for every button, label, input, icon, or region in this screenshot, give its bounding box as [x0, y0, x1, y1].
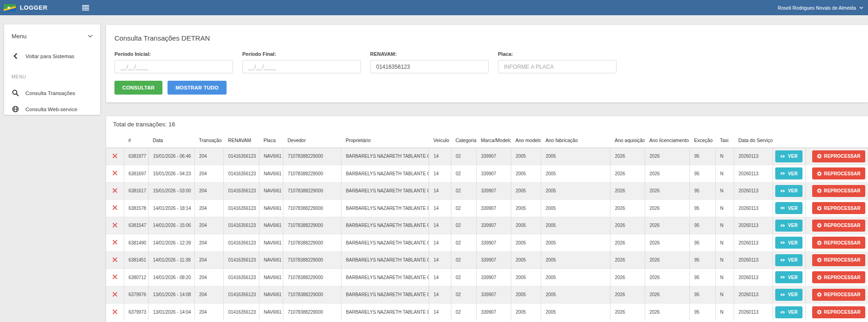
ver-button[interactable]: VER — [775, 150, 802, 162]
ver-button[interactable]: VER — [775, 271, 802, 283]
cell-ano-aquisicao: 2026 — [610, 182, 645, 200]
cell-ano-aquisicao: 2026 — [610, 286, 645, 304]
cell-taxi: N — [715, 217, 734, 234]
periodo-final-input[interactable] — [242, 60, 361, 73]
ver-button[interactable]: VER — [775, 185, 802, 197]
cell-categoria: 02 — [451, 286, 476, 304]
cell-taxi: N — [715, 251, 734, 269]
cell-devedor: 71078388229000 — [283, 182, 341, 200]
reprocessar-button-label: REPROCESSAR — [824, 310, 861, 315]
cell-ano-aquisicao: 2026 — [610, 269, 645, 286]
col-data: Data — [148, 133, 194, 148]
cell-status — [106, 217, 124, 234]
cell-proprietario: BARBARELYS NAZARETH TABLANTE GONZALEZ — [341, 217, 429, 234]
eye-icon — [780, 172, 785, 175]
cell-taxi: N — [715, 269, 734, 286]
cell-ano-aquisicao: 2026 — [610, 217, 645, 234]
cell-marca-modelo: 339907 — [476, 269, 511, 286]
cell-reprocessar: REPROCESSAR — [805, 286, 868, 304]
sidebar-item-label: Consulta Web-service — [25, 107, 77, 112]
cell-ano-licenciamento: 2026 — [645, 148, 689, 165]
cell-categoria: 02 — [451, 182, 476, 200]
table-row: 6381697 15/01/2026 - 04:23 204 014163561… — [106, 165, 868, 183]
sidebar-item-consulta-transacoes[interactable]: Consulta Transações — [4, 89, 100, 96]
consultar-button[interactable]: CONSULTAR — [114, 81, 162, 95]
cell-proprietario: BARBARELYS NAZARETH TABLANTE GONZALEZ — [341, 234, 429, 252]
cell-devedor: 71078388229000 — [283, 269, 341, 286]
cell-data: 13/01/2026 - 14:08 — [148, 286, 194, 304]
cell-veiculo: 14 — [429, 251, 451, 269]
reprocessar-button[interactable]: REPROCESSAR — [812, 289, 865, 301]
cell-id: 6381451 — [124, 251, 148, 269]
ver-button[interactable]: VER — [775, 237, 802, 249]
gear-icon — [817, 275, 822, 280]
cell-data-servico: 20260113 — [734, 304, 772, 321]
cell-transacao: 204 — [194, 165, 223, 183]
cell-reprocessar: REPROCESSAR — [805, 200, 868, 217]
cell-devedor: 71078388229000 — [283, 148, 341, 165]
cell-devedor: 71078388229000 — [283, 200, 341, 217]
reprocessar-button[interactable]: REPROCESSAR — [812, 254, 865, 266]
cell-taxi: N — [715, 234, 734, 252]
cell-status — [106, 182, 124, 200]
reprocessar-button[interactable]: REPROCESSAR — [812, 220, 865, 232]
cell-data: 15/01/2026 - 04:23 — [148, 165, 194, 183]
ver-button[interactable]: VER — [775, 254, 802, 266]
ver-button[interactable]: VER — [775, 202, 802, 214]
sidebar-menu-header[interactable]: Menu — [4, 24, 100, 40]
reprocessar-button-label: REPROCESSAR — [824, 188, 861, 193]
periodo-inicial-input[interactable] — [114, 60, 233, 73]
mostrar-tudo-button[interactable]: MOSTRAR TUDO — [168, 81, 226, 95]
reprocessar-button[interactable]: REPROCESSAR — [812, 237, 865, 249]
cell-marca-modelo: 339907 — [476, 200, 511, 217]
placa-input[interactable] — [498, 60, 617, 73]
ver-button[interactable]: VER — [775, 306, 802, 318]
field-periodo-final: Período Final: — [242, 51, 361, 73]
menu-toggle-icon[interactable] — [79, 0, 92, 15]
renavam-input[interactable] — [370, 60, 489, 73]
ver-button-label: VER — [788, 206, 797, 211]
field-label: Período Inicial: — [114, 51, 233, 57]
cell-ano-modelo: 2005 — [511, 234, 541, 252]
cell-ver: VER — [772, 304, 805, 321]
cell-placa: NAV6I61 — [259, 165, 283, 183]
col-transacao: Transação — [194, 133, 223, 148]
cell-ano-modelo: 2005 — [511, 165, 541, 183]
cell-ano-licenciamento: 2026 — [645, 304, 689, 321]
reprocessar-button[interactable]: REPROCESSAR — [812, 150, 865, 162]
ver-button[interactable]: VER — [775, 289, 802, 301]
error-x-icon — [112, 239, 118, 245]
user-menu[interactable]: Roseli Rodrigues Novais de Almeida — [778, 0, 863, 15]
ver-button-label: VER — [788, 154, 797, 159]
reprocessar-button[interactable]: REPROCESSAR — [812, 306, 865, 318]
cell-ano-fabricacao: 2005 — [541, 165, 610, 183]
table-row: 6381490 14/01/2026 - 12:39 204 014163561… — [106, 234, 868, 252]
cell-ano-fabricacao: 2005 — [541, 148, 610, 165]
field-placa: Placa: — [498, 51, 617, 73]
cell-ano-fabricacao: 2005 — [541, 217, 610, 234]
cell-veiculo: 14 — [429, 217, 451, 234]
form-buttons: CONSULTAR MOSTRAR TUDO — [114, 81, 868, 95]
eye-icon — [780, 258, 785, 262]
reprocessar-button[interactable]: REPROCESSAR — [812, 185, 865, 197]
cell-categoria: 02 — [451, 217, 476, 234]
reprocessar-button[interactable]: REPROCESSAR — [812, 202, 865, 214]
cell-transacao: 204 — [194, 304, 223, 321]
ver-button[interactable]: VER — [775, 167, 802, 179]
reprocessar-button[interactable]: REPROCESSAR — [812, 271, 865, 283]
ver-button-label: VER — [788, 292, 797, 297]
cell-excecao: 95 — [689, 165, 715, 183]
col-ano-licenciamento: Ano licenciamento — [645, 133, 689, 148]
ver-button-label: VER — [788, 171, 797, 176]
cell-ver: VER — [772, 217, 805, 234]
gear-icon — [817, 310, 822, 315]
sidebar-item-voltar-para-sistemas[interactable]: Voltar para Sistemas — [4, 53, 100, 60]
sidebar-item-consulta-web-service[interactable]: Consulta Web-service — [4, 106, 100, 113]
cell-data-servico: 20260113 — [734, 200, 772, 217]
cell-data: 14/01/2026 - 15:06 — [148, 217, 194, 234]
cell-renavam: 01416356123 — [223, 234, 259, 252]
cell-devedor: 71078388229000 — [283, 234, 341, 252]
ver-button[interactable]: VER — [775, 220, 802, 232]
reprocessar-button[interactable]: REPROCESSAR — [812, 167, 865, 179]
col-data-servico: Data do Serviço — [734, 133, 772, 148]
